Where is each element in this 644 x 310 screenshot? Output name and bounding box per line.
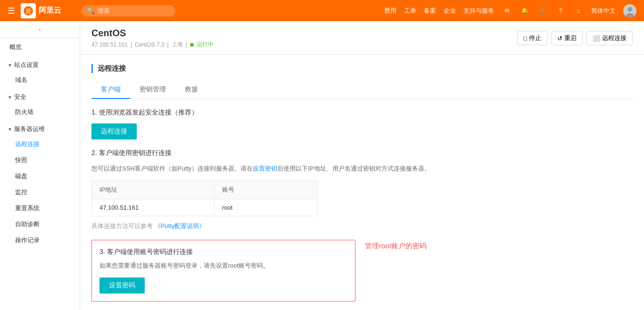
sidebar-item-firewall[interactable]: 防火墙	[0, 104, 80, 120]
sidebar-group-security[interactable]: ▼ 安全	[0, 88, 80, 104]
logo-text: 阿里云	[39, 6, 61, 16]
putty-link[interactable]: 《Putty配置说明》	[155, 222, 206, 229]
cell-account: root	[215, 199, 240, 216]
sidebar-item-remote[interactable]: 远程连接	[0, 136, 80, 152]
meta-ip: 47.100.51.161	[91, 41, 128, 48]
status-dot	[190, 43, 194, 47]
col-account-header: 账号	[215, 181, 242, 199]
search-icon: 🔍	[87, 7, 95, 15]
language-selector[interactable]: 简体中文	[591, 7, 616, 15]
sidebar-item-oplog[interactable]: 操作记录	[0, 232, 80, 248]
svg-point-3	[627, 7, 632, 12]
sidebar: ‹ 概览 ▼ 站点设置 域名 ▼ 安全 防火墙 ▼ 服务器运维 远程连接 快照	[0, 21, 80, 310]
cart-icon[interactable]: 🛒	[537, 6, 548, 16]
ssh-table-header: IP地址 账号	[92, 181, 317, 199]
page-header-actions: □ 停止 ↺ 重启 ⬜ 远程连接	[517, 31, 633, 45]
sidebar-item-snapshot[interactable]: 快照	[0, 152, 80, 168]
svg-text:云: 云	[25, 8, 31, 15]
tab-client[interactable]: 客户端	[91, 81, 130, 98]
nav-item-cost[interactable]: 费用	[384, 7, 396, 15]
remote-icon: ⬜	[593, 35, 600, 42]
main-content: CentOS 47.100.51.161 | CentOS 7.3 | 上海 |…	[80, 21, 644, 310]
avatar[interactable]	[623, 4, 636, 17]
nav-item-enterprise[interactable]: 企业	[444, 7, 456, 15]
restart-button[interactable]: ↺ 重启	[551, 31, 583, 45]
remote-connect-button[interactable]: 远程连接	[91, 123, 137, 139]
logo[interactable]: 云 阿里云	[21, 3, 61, 18]
page-meta: 47.100.51.161 | CentOS 7.3 | 上海 | 运行中	[91, 41, 214, 49]
putty-link-text: 具体连接方法可以参考 《Putty配置说明》	[91, 222, 633, 230]
logo-icon: 云	[21, 3, 36, 18]
collapse-arrow: ‹	[39, 26, 41, 33]
sidebar-item-disk[interactable]: 磁盘	[0, 168, 80, 184]
section3-hint: 管理root账户的密码	[365, 240, 427, 251]
main-layout: ‹ 概览 ▼ 站点设置 域名 ▼ 安全 防火墙 ▼ 服务器运维 远程连接 快照	[0, 21, 644, 310]
tab-rescue[interactable]: 救援	[175, 81, 207, 98]
nav-item-support[interactable]: 支持与服务	[463, 7, 494, 15]
tab-key-mgmt[interactable]: 密钥管理	[130, 81, 175, 98]
ssh-table-row: 47.100.51.161 root	[92, 199, 317, 216]
content-area: 远程连接 客户端 密钥管理 救援 1. 使用浏览器发起安全连接（推荐） 远程连接…	[80, 55, 644, 310]
page-header-left: CentOS 47.100.51.161 | CentOS 7.3 | 上海 |…	[91, 28, 214, 49]
section3-desc: 如果您需要通过服务器账号密码登录，请先设置root账号密码。	[99, 261, 347, 271]
tab-bar: 客户端 密钥管理 救援	[91, 81, 633, 99]
col-ip-header: IP地址	[92, 181, 215, 199]
page-header: CentOS 47.100.51.161 | CentOS 7.3 | 上海 |…	[80, 21, 644, 55]
section3-title: 3. 客户端使用账号密码进行连接	[99, 248, 347, 256]
nav-item-record[interactable]: 备案	[424, 7, 436, 15]
mail-icon[interactable]: ✉	[502, 6, 512, 16]
status-text: 运行中	[197, 41, 214, 49]
section2-title: 2. 客户端使用密钥进行连接	[91, 149, 633, 157]
sidebar-group-site-settings[interactable]: ▼ 站点设置	[0, 56, 80, 72]
arrow-icon: ▼	[8, 127, 12, 132]
stop-icon: □	[523, 35, 527, 42]
set-password-button[interactable]: 设置密码	[99, 277, 145, 294]
sidebar-item-monitor[interactable]: 监控	[0, 184, 80, 200]
menu-icon[interactable]: ☰	[8, 6, 15, 16]
meta-region: 上海	[172, 41, 183, 49]
page-title: CentOS	[91, 28, 214, 39]
sidebar-item-overview[interactable]: 概览	[0, 38, 80, 56]
sidebar-group-ops[interactable]: ▼ 服务器运维	[0, 120, 80, 136]
sidebar-item-reset[interactable]: 重置系统	[0, 200, 80, 216]
section3-row: 3. 客户端使用账号密码进行连接 如果您需要通过服务器账号密码登录，请先设置ro…	[91, 240, 633, 305]
sidebar-item-domain[interactable]: 域名	[0, 72, 80, 88]
top-navigation: ☰ 云 阿里云 🔍 费用 工单 备案 企业 支持与服务 ✉ 🔔 🛒 ? ⌂ 简体…	[0, 0, 644, 21]
top-nav-right: 费用 工单 备案 企业 支持与服务 ✉ 🔔 🛒 ? ⌂ 简体中文	[384, 4, 636, 17]
sidebar-item-diagnose[interactable]: 自助诊断	[0, 216, 80, 232]
section2-desc: 您可以通过SSH客户端软件（如Putty）连接到服务器。请在设置密钥后使用以下I…	[91, 164, 633, 174]
search-input[interactable]	[98, 7, 164, 14]
remote-connect-button-header[interactable]: ⬜ 远程连接	[586, 31, 633, 45]
set-key-link[interactable]: 设置密钥	[253, 165, 277, 172]
ssh-table: IP地址 账号 47.100.51.161 root	[91, 180, 318, 216]
restart-icon: ↺	[557, 35, 562, 42]
arrow-icon: ▼	[8, 95, 12, 100]
bell-icon[interactable]: 🔔	[520, 6, 530, 16]
section1-title: 1. 使用浏览器发起安全连接（推荐）	[91, 108, 633, 117]
section3-box: 3. 客户端使用账号密码进行连接 如果您需要通过服务器账号密码登录，请先设置ro…	[91, 240, 355, 302]
help-icon[interactable]: ?	[555, 6, 566, 16]
search-bar[interactable]: 🔍	[81, 5, 175, 16]
stop-button[interactable]: □ 停止	[517, 31, 547, 45]
home-icon[interactable]: ⌂	[573, 6, 584, 16]
meta-os: CentOS 7.3	[135, 41, 165, 48]
cell-ip: 47.100.51.161	[92, 199, 215, 216]
section-title: 远程连接	[91, 64, 633, 73]
sidebar-collapse-button[interactable]: ‹	[0, 21, 80, 38]
arrow-icon: ▼	[8, 63, 12, 68]
nav-item-ticket[interactable]: 工单	[404, 7, 416, 15]
